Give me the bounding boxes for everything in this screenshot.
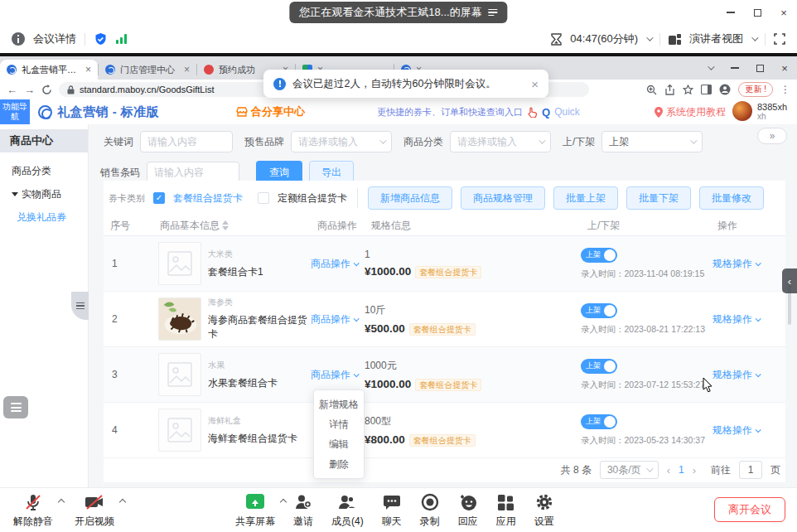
keyword-label: 关键词 <box>104 135 133 149</box>
zoom-icon[interactable] <box>646 85 657 95</box>
tab-close-icon[interactable]: × <box>184 64 190 75</box>
brand-select[interactable]: 请选择或输入 <box>291 131 392 152</box>
product-action-dropdown-open[interactable]: 商品操作 <box>311 368 358 382</box>
goto-page-input[interactable] <box>739 461 762 479</box>
next-page-button[interactable]: › <box>693 464 696 476</box>
close-button[interactable]: × <box>770 0 797 25</box>
add-product-button[interactable]: 新增商品信息 <box>368 186 452 210</box>
avatar[interactable] <box>732 101 752 121</box>
browser-menu-icon[interactable]: ⋮ <box>780 84 790 95</box>
shelf-toggle[interactable]: 上架 <box>581 414 617 429</box>
tutorial-link[interactable]: 系统使用教程 <box>655 99 726 124</box>
tab-search-icon[interactable] <box>698 56 722 80</box>
unmute-button[interactable]: 解除静音 <box>13 492 53 529</box>
sidebar-item-gift-vouchers[interactable]: 兑换礼品券 <box>0 206 88 229</box>
share-icon[interactable] <box>664 85 675 95</box>
sort-icon[interactable] <box>222 220 229 230</box>
browser-close-button[interactable]: × <box>772 56 797 80</box>
banner-menu-icon[interactable] <box>489 9 498 17</box>
current-page[interactable]: 1 <box>679 464 684 476</box>
meeting-details-link[interactable]: 会议详情 <box>33 31 76 46</box>
control-label: 解除静音 <box>13 515 53 529</box>
batch-on-shelf-button[interactable]: 批量上架 <box>553 186 618 210</box>
view-mode-selector[interactable]: 演讲者视图 <box>689 31 743 46</box>
checkbox-fixed-card[interactable] <box>258 192 269 204</box>
batch-off-shelf-button[interactable]: 批量下架 <box>626 186 691 210</box>
meeting-info-bar: 会议详情 04:47(60分钟) 演讲者视图 <box>0 25 797 53</box>
minimize-button[interactable] <box>717 0 744 25</box>
browser-tab-active[interactable]: 礼盒营销平台管理中心 × <box>0 60 98 80</box>
floating-list-button[interactable] <box>3 396 28 418</box>
info-icon <box>273 78 286 90</box>
share-screen-button[interactable]: 共享屏幕 <box>235 492 275 529</box>
shelf-toggle[interactable]: 上架 <box>581 359 617 374</box>
batch-edit-button[interactable]: 批量修改 <box>699 186 764 210</box>
nav-toggle-button[interactable]: 功能导航 <box>0 99 30 124</box>
spec-action-dropdown[interactable]: 规格操作 <box>712 257 760 271</box>
side-drawer-handle[interactable]: ‹ <box>782 268 797 293</box>
checkbox-combo-card[interactable]: ✓ <box>153 192 165 204</box>
shelf-toggle[interactable]: 上架 <box>581 248 617 263</box>
page-size-select[interactable]: 30条/页 <box>600 461 659 479</box>
browser-tab[interactable]: 门店管理中心 × <box>99 60 196 80</box>
checkbox-fixed-label[interactable]: 定额组合提货卡 <box>278 191 347 206</box>
user-account[interactable]: 8385xh xh <box>732 101 787 121</box>
quick-logo[interactable]: Q <box>542 106 550 118</box>
browser-update-button[interactable]: 更新 ! <box>738 82 773 97</box>
sidebar-item-label: 实物商品 <box>22 187 61 201</box>
checkbox-combo-label[interactable]: 套餐组合提货卡 <box>173 191 243 206</box>
security-shield-icon[interactable] <box>94 32 108 46</box>
start-video-button[interactable]: 开启视频 <box>75 492 114 529</box>
collapse-filters-button[interactable]: » <box>757 128 787 144</box>
menu-item-add-spec[interactable]: 新增规格 <box>314 394 364 414</box>
timer-caret-icon[interactable] <box>646 34 653 41</box>
bookmark-star-icon[interactable] <box>683 85 693 95</box>
fullscreen-icon[interactable] <box>774 33 785 45</box>
spec-manage-button[interactable]: 商品规格管理 <box>461 186 545 210</box>
shelf-select[interactable]: 上架 <box>601 131 703 152</box>
back-icon[interactable]: ← <box>7 85 17 95</box>
apps-button[interactable]: 应用 <box>496 492 516 529</box>
sidebar-item-categories[interactable]: 商品分类 <box>0 159 88 182</box>
chevron-up-icon[interactable] <box>280 499 287 505</box>
spec-action-dropdown[interactable]: 规格操作 <box>712 368 760 382</box>
maximize-button[interactable] <box>744 0 770 25</box>
members-button[interactable]: 成员(4) <box>331 492 364 529</box>
share-screen-icon <box>245 492 265 512</box>
info-icon[interactable] <box>12 32 25 46</box>
menu-item-delete[interactable]: 删除 <box>314 454 364 474</box>
chevron-up-icon[interactable] <box>119 499 126 505</box>
forward-icon[interactable]: → <box>24 85 35 95</box>
row-index: 2 <box>112 313 118 325</box>
browser-maximize-button[interactable] <box>747 56 772 80</box>
sidebar-section-product-center[interactable]: 商品中心 <box>0 129 88 152</box>
refresh-icon[interactable] <box>41 85 52 95</box>
share-center-link[interactable]: 合分享中心 <box>236 99 305 124</box>
keyword-input[interactable] <box>140 131 233 152</box>
product-action-dropdown[interactable]: 商品操作 <box>311 312 358 326</box>
chevron-up-icon[interactable] <box>58 499 65 505</box>
menu-item-details[interactable]: 详情 <box>314 414 364 434</box>
spec-action-dropdown[interactable]: 规格操作 <box>712 312 760 326</box>
shelf-toggle[interactable]: 上架 <box>581 303 617 318</box>
spec-action-dropdown[interactable]: 规格操作 <box>712 423 760 438</box>
reactions-button[interactable]: 回应 <box>458 492 478 529</box>
settings-button[interactable]: 设置 <box>534 492 554 529</box>
menu-item-edit[interactable]: 编辑 <box>314 434 364 454</box>
chat-button[interactable]: 聊天 <box>382 492 402 529</box>
toast-close-icon[interactable]: × <box>531 77 539 91</box>
record-button[interactable]: 录制 <box>420 492 440 529</box>
view-caret-icon[interactable] <box>751 34 758 41</box>
profile-icon[interactable] <box>719 84 731 95</box>
prev-page-button[interactable]: ‹ <box>667 464 670 476</box>
quick-label[interactable]: Quick <box>554 106 580 118</box>
side-panel-icon[interactable] <box>701 85 712 94</box>
tab-close-icon[interactable]: × <box>85 64 91 75</box>
sidebar-item-physical-goods[interactable]: 实物商品 <box>0 182 88 206</box>
leave-meeting-button[interactable]: 离开会议 <box>714 497 785 522</box>
meeting-timer[interactable]: 04:47(60分钟) <box>570 31 638 46</box>
product-action-dropdown[interactable]: 商品操作 <box>311 257 358 271</box>
invite-button[interactable]: 邀请 <box>293 492 313 529</box>
category-select[interactable]: 请选择或输入 <box>450 131 551 152</box>
browser-minimize-button[interactable] <box>722 56 747 80</box>
